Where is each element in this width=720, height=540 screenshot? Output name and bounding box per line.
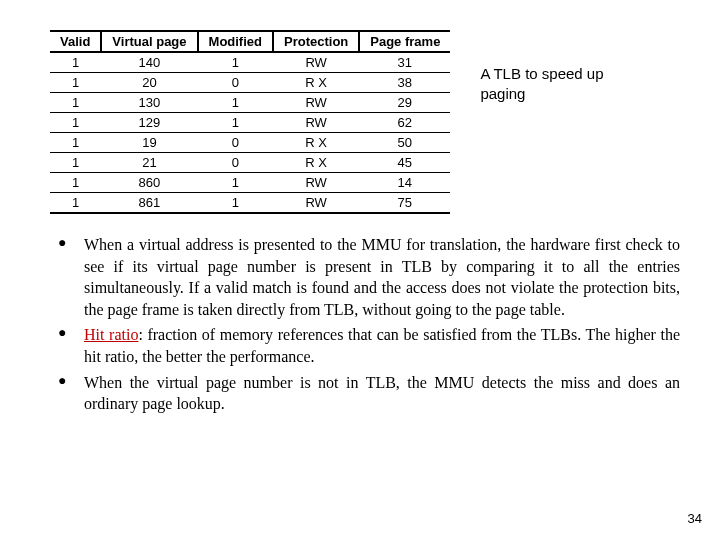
cell: 0 bbox=[198, 73, 273, 93]
cell: 50 bbox=[359, 133, 450, 153]
cell: 1 bbox=[198, 113, 273, 133]
hit-ratio-term: Hit ratio bbox=[84, 326, 138, 343]
cell: RW bbox=[273, 93, 359, 113]
cell: 38 bbox=[359, 73, 450, 93]
cell: 130 bbox=[101, 93, 197, 113]
cell: 1 bbox=[198, 173, 273, 193]
cell: 1 bbox=[198, 193, 273, 214]
bullet-item: Hit ratio: fraction of memory references… bbox=[66, 324, 680, 367]
figure-row: Valid Virtual page Modified Protection P… bbox=[40, 30, 680, 214]
cell: 29 bbox=[359, 93, 450, 113]
page-number: 34 bbox=[688, 511, 702, 526]
cell: 861 bbox=[101, 193, 197, 214]
table-row: 1 130 1 RW 29 bbox=[50, 93, 450, 113]
cell: 140 bbox=[101, 52, 197, 73]
slide: Valid Virtual page Modified Protection P… bbox=[0, 0, 720, 540]
tlb-table-body: 1 140 1 RW 31 1 20 0 R X 38 1 bbox=[50, 52, 450, 213]
cell: RW bbox=[273, 193, 359, 214]
bullet-text: When a virtual address is presented to t… bbox=[84, 236, 680, 318]
cell: 1 bbox=[50, 52, 101, 73]
cell: 1 bbox=[50, 153, 101, 173]
table-row: 1 129 1 RW 62 bbox=[50, 113, 450, 133]
cell: RW bbox=[273, 173, 359, 193]
cell: 62 bbox=[359, 113, 450, 133]
cell: 0 bbox=[198, 133, 273, 153]
cell: 1 bbox=[50, 73, 101, 93]
cell: R X bbox=[273, 133, 359, 153]
bullet-list: When a virtual address is presented to t… bbox=[40, 234, 680, 415]
cell: 1 bbox=[50, 173, 101, 193]
cell: 1 bbox=[50, 133, 101, 153]
cell: 31 bbox=[359, 52, 450, 73]
cell: 1 bbox=[198, 93, 273, 113]
table-row: 1 861 1 RW 75 bbox=[50, 193, 450, 214]
cell: 1 bbox=[50, 93, 101, 113]
cell: 20 bbox=[101, 73, 197, 93]
table-row: 1 860 1 RW 14 bbox=[50, 173, 450, 193]
cell: 1 bbox=[50, 113, 101, 133]
table-row: 1 19 0 R X 50 bbox=[50, 133, 450, 153]
cell: RW bbox=[273, 113, 359, 133]
cell: RW bbox=[273, 52, 359, 73]
cell: 129 bbox=[101, 113, 197, 133]
cell: 860 bbox=[101, 173, 197, 193]
cell: 14 bbox=[359, 173, 450, 193]
col-modified: Modified bbox=[198, 31, 273, 52]
col-valid: Valid bbox=[50, 31, 101, 52]
table-header-row: Valid Virtual page Modified Protection P… bbox=[50, 31, 450, 52]
table-row: 1 140 1 RW 31 bbox=[50, 52, 450, 73]
table-row: 1 21 0 R X 45 bbox=[50, 153, 450, 173]
cell: R X bbox=[273, 153, 359, 173]
cell: 1 bbox=[198, 52, 273, 73]
cell: 19 bbox=[101, 133, 197, 153]
bullet-item: When a virtual address is presented to t… bbox=[66, 234, 680, 320]
cell: R X bbox=[273, 73, 359, 93]
figure-caption: A TLB to speed up paging bbox=[480, 64, 630, 103]
cell: 1 bbox=[50, 193, 101, 214]
col-protection: Protection bbox=[273, 31, 359, 52]
bullet-text: : fraction of memory references that can… bbox=[84, 326, 680, 365]
tlb-table: Valid Virtual page Modified Protection P… bbox=[50, 30, 450, 214]
tlb-table-wrapper: Valid Virtual page Modified Protection P… bbox=[50, 30, 450, 214]
cell: 0 bbox=[198, 153, 273, 173]
cell: 75 bbox=[359, 193, 450, 214]
col-virtual-page: Virtual page bbox=[101, 31, 197, 52]
cell: 21 bbox=[101, 153, 197, 173]
bullet-text: When the virtual page number is not in T… bbox=[84, 374, 680, 413]
table-row: 1 20 0 R X 38 bbox=[50, 73, 450, 93]
bullet-item: When the virtual page number is not in T… bbox=[66, 372, 680, 415]
cell: 45 bbox=[359, 153, 450, 173]
col-page-frame: Page frame bbox=[359, 31, 450, 52]
